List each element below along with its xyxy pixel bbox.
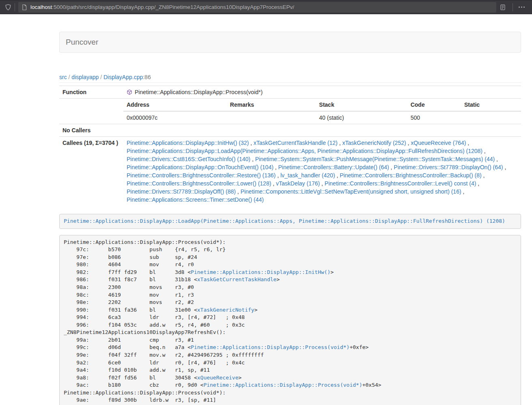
breadcrumb-separator: / (67, 74, 72, 80)
code-value: 500 (407, 111, 461, 124)
page-container: Puncover src / displayapp / DisplayApp.c… (59, 32, 521, 405)
callee-link[interactable]: Pinetime::Controllers::BrightnessControl… (127, 172, 276, 179)
url-path: :5000/path/src/displayapp/DisplayApp.cpp… (52, 4, 294, 10)
callee-link[interactable]: xQueueReceive (764) (411, 140, 466, 146)
function-table: Function Pinetime::Applications::Display… (59, 86, 521, 206)
column-header-code: Code (407, 99, 461, 111)
callee-link[interactable]: Pinetime::Controllers::BrightnessControl… (325, 180, 476, 187)
callee-separator: , (338, 140, 342, 146)
app-brand-link[interactable]: Puncover (66, 38, 98, 47)
column-header-static: Static (461, 99, 521, 111)
disassembly-symbol-link[interactable]: Pinetime::Applications::DisplayApp::Init… (191, 269, 330, 275)
callee-link[interactable]: Pinetime::Controllers::Battery::Update()… (278, 164, 389, 170)
callee-link[interactable]: Pinetime::Controllers::BrightnessControl… (340, 172, 481, 179)
callee-separator: , (389, 164, 394, 170)
callee-separator: , (274, 164, 278, 170)
callee-link[interactable]: Pinetime::Components::LittleVgl::SetNewT… (241, 188, 461, 195)
callee-separator: , (335, 172, 340, 179)
callee-link[interactable]: xTaskGenericNotify (252) (342, 140, 406, 146)
titlebar-divider-2 (513, 3, 513, 11)
callee-link[interactable]: xTaskGetCurrentTaskHandle (12) (254, 140, 338, 146)
breadcrumb-separator: / (99, 74, 103, 80)
breadcrumb-divider (59, 82, 521, 83)
callees-label: Callees (19, Σ=3704 ) (59, 137, 123, 206)
stack-value: 40 (static) (316, 111, 407, 124)
disassembly-symbol-link[interactable]: xQueueReceive (197, 375, 239, 381)
breadcrumb-link-src[interactable]: src (59, 74, 67, 80)
callees-row: Callees (19, Σ=3704 ) Pinetime::Applicat… (59, 137, 521, 206)
url-host: localhost (30, 4, 52, 10)
callee-separator: , (482, 148, 486, 154)
reader-mode-icon[interactable] (500, 4, 506, 11)
function-label: Function (59, 86, 123, 99)
package-cube-icon (127, 89, 132, 95)
callee-link[interactable]: lv_task_handler (420) (280, 172, 335, 179)
callee-link[interactable]: Pinetime::Drivers::Cst816S::GetTouchInfo… (127, 156, 250, 162)
breadcrumb-line-number: :86 (143, 74, 151, 80)
callee-link[interactable]: Pinetime::System::SystemTask::PushMessag… (255, 156, 495, 162)
column-header-remarks: Remarks (227, 99, 316, 111)
breadcrumb: src / displayapp / DisplayApp.cpp:86 (59, 73, 521, 81)
titlebar-divider (15, 3, 15, 11)
callee-link[interactable]: vTaskDelay (176) (276, 180, 320, 187)
callee-link[interactable]: Pinetime::Applications::DisplayApp::OnTo… (127, 164, 274, 170)
page-actions-icon[interactable] (516, 6, 527, 8)
highlighted-callee-box: Pinetime::Applications::DisplayApp::Load… (59, 214, 521, 229)
callee-separator: , (466, 140, 469, 146)
callee-link[interactable]: Pinetime::Applications::Screens::Timer::… (127, 196, 264, 203)
stats-header-row: AddressRemarksStackCodeStatic (123, 99, 521, 111)
callee-link[interactable]: Pinetime::Drivers::St7789::DisplayOff() … (127, 188, 236, 195)
no-callers-row: No Callers (59, 124, 521, 137)
stats-row: AddressRemarksStackCodeStatic 0x0000097c… (59, 99, 521, 124)
highlighted-callee-link[interactable]: Pinetime::Applications::DisplayApp::Load… (64, 218, 505, 224)
callee-link[interactable]: Pinetime::Applications::DisplayApp::Load… (127, 148, 482, 154)
breadcrumb-link-displayapp-cpp[interactable]: DisplayApp.cpp (103, 74, 143, 80)
callee-separator: , (495, 156, 498, 162)
callee-link[interactable]: Pinetime::Drivers::St7789::DisplayOn() (… (394, 164, 503, 170)
app-navbar: Puncover (59, 32, 521, 53)
callee-separator: , (271, 180, 276, 187)
callee-separator: , (250, 156, 255, 162)
callees-list: Pinetime::Applications::DisplayApp::Init… (123, 137, 521, 206)
callee-separator: , (249, 140, 254, 146)
shield-icon[interactable] (5, 4, 11, 11)
address-value: 0x0000097c (123, 111, 227, 124)
url-bar[interactable]: localhost:5000/path/src/displayapp/Displ… (18, 2, 496, 13)
static-value (461, 111, 521, 124)
no-callers-label: No Callers (59, 124, 123, 137)
breadcrumb-link-displayapp[interactable]: displayapp (71, 74, 99, 80)
page-icon (22, 4, 27, 11)
column-header-address: Address (123, 99, 227, 111)
disassembly-symbol-link[interactable]: Pinetime::Applications::DisplayApp::Proc… (203, 382, 362, 388)
callee-separator: , (482, 172, 485, 179)
callee-separator: , (320, 180, 325, 187)
callee-separator: , (476, 180, 479, 187)
callee-link[interactable]: Pinetime::Controllers::BrightnessControl… (127, 180, 271, 187)
function-name: Pinetime::Applications::DisplayApp::Proc… (135, 88, 263, 96)
disassembly-symbol-link[interactable]: Pinetime::Applications::DisplayApp::Proc… (191, 344, 349, 350)
column-header-stack: Stack (316, 99, 407, 111)
browser-titlebar: localhost:5000/path/src/displayapp/Displ… (0, 0, 532, 14)
remarks-value (227, 111, 316, 124)
callee-separator: , (406, 140, 411, 146)
stats-values-row: 0x0000097c 40 (static) 500 (123, 111, 521, 124)
callee-separator: , (236, 188, 241, 195)
function-row: Function Pinetime::Applications::Display… (59, 86, 521, 99)
stats-inner-table: AddressRemarksStackCodeStatic 0x0000097c… (123, 99, 521, 124)
callee-separator: , (503, 164, 506, 170)
disassembly-symbol-link[interactable]: xTaskGenericNotify (197, 307, 254, 313)
callee-separator: , (461, 188, 465, 195)
callee-separator: , (276, 172, 280, 179)
disassembly-symbol-link[interactable]: xTaskGetCurrentTaskHandle (197, 276, 277, 282)
url-text: localhost:5000/path/src/displayapp/Displ… (30, 4, 294, 10)
disassembly-listing: Pinetime::Applications::DisplayApp::Proc… (59, 235, 521, 405)
callee-link[interactable]: Pinetime::Applications::DisplayApp::Init… (127, 140, 249, 146)
